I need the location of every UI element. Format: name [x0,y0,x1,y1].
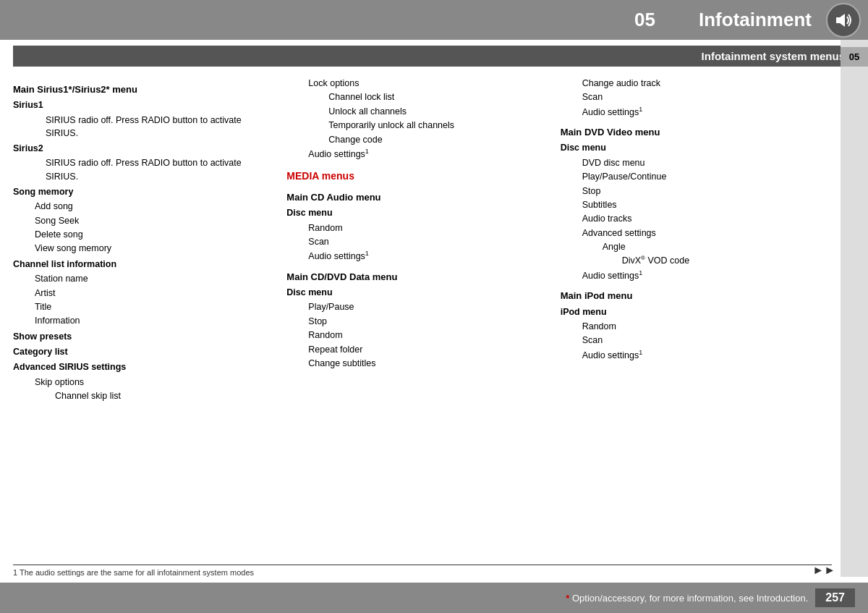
content-item: Audio settings1 [561,348,822,363]
next-arrow: ►► [812,564,835,577]
content-item: Stop [286,315,548,329]
content-item: Unlock all channels [286,105,548,119]
footnote-text: 1 The audio settings are the same for al… [13,568,254,577]
content-item: DVD disc menu [561,156,822,170]
speaker-icon [833,10,854,30]
content-item: Audio settings1 [561,269,822,284]
content-item: Sirius2 [13,142,275,156]
content-item: Change code [286,133,548,147]
content-item: Disc menu [286,206,548,220]
content-item: Repeat folder [286,343,548,357]
content-item: Channel skip list [13,389,275,403]
column-1: Main Sirius1*/Sirius2* menuSirius1SIRIUS… [13,72,281,541]
section-title-bar: Infotainment system menus [13,46,855,67]
content-item: Song memory [13,185,275,199]
content-item: Audio tracks [561,212,822,226]
column-3: Change audio trackScanAudio settings1Mai… [555,72,855,541]
content-item: Temporarily unlock all channels [286,119,548,132]
content-item: MEDIA menus [286,169,548,185]
column-2: Lock optionsChannel lock listUnlock all … [281,72,554,541]
page-number: 257 [815,588,855,607]
content-item: Sirius1 [13,98,275,112]
content-item: Audio settings1 [286,249,548,264]
content-item: Subtitles [561,198,822,212]
content-item: Change subtitles [286,357,548,371]
content-item: Scan [561,90,822,104]
content-item: Advanced SIRIUS settings [13,360,275,374]
content-item: Show presets [13,330,275,344]
main-content: Main Sirius1*/Sirius2* menuSirius1SIRIUS… [0,72,868,541]
header-bar: 05 Infotainment [0,0,868,40]
content-item: Audio settings1 [561,105,822,120]
content-item: Channel list information [13,258,275,271]
content-item: Disc menu [286,286,548,300]
content-item: Play/Pause/Continue [561,170,822,184]
content-item: Scan [561,334,822,347]
content-item: Delete song [13,228,275,242]
content-item: Title [13,300,275,314]
content-item: Angle [561,240,822,254]
content-item: Audio settings1 [286,147,548,162]
content-item: Advanced settings [561,227,822,240]
bottom-bar-caption: Option/accessory, for more information, … [569,593,808,604]
content-item: Scan [286,235,548,249]
page-title: 05 [0,9,699,31]
content-item: Category list [13,345,275,359]
content-item: Change audio track [561,77,822,90]
content-item: Random [286,221,548,235]
content-item: DivX® VOD code [561,254,822,269]
content-item: Station name [13,272,275,286]
footnote-area: 1 The audio settings are the same for al… [13,565,832,577]
content-item: Disc menu [561,141,822,155]
content-item: Random [286,329,548,342]
content-item: Main CD Audio menu [286,190,548,205]
content-item: SIRIUS radio off. Press RADIO button to … [13,156,275,184]
content-item: Stop [561,185,822,198]
content-item: Skip options [13,376,275,389]
content-item: Information [13,314,275,328]
content-item: Add song [13,200,275,214]
content-item: Channel lock list [286,90,548,104]
speaker-icon-wrap [826,3,861,38]
content-item: iPod menu [561,305,822,319]
bottom-bar: * Option/accessory, for more information… [0,583,868,613]
content-item: Lock options [286,77,548,90]
content-item: View song memory [13,242,275,255]
chapter-number: 05 [841,47,868,67]
section-title: Infotainment system menus [702,50,845,62]
content-item: Song Seek [13,214,275,228]
svg-marker-0 [836,14,845,27]
content-item: Artist [13,287,275,300]
chapter-bar: 05 [841,40,868,577]
content-item: Main CD/DVD Data menu [286,270,548,284]
chapter-title: Infotainment [699,9,812,31]
content-item: Main DVD Video menu [561,125,822,140]
content-item: Main iPod menu [561,289,822,303]
content-item: Main Sirius1*/Sirius2* menu [13,83,275,97]
content-item: Random [561,320,822,334]
content-item: SIRIUS radio off. Press RADIO button to … [13,114,275,141]
bottom-bar-text: * Option/accessory, for more information… [566,593,808,604]
content-item: Play/Pause [286,300,548,314]
